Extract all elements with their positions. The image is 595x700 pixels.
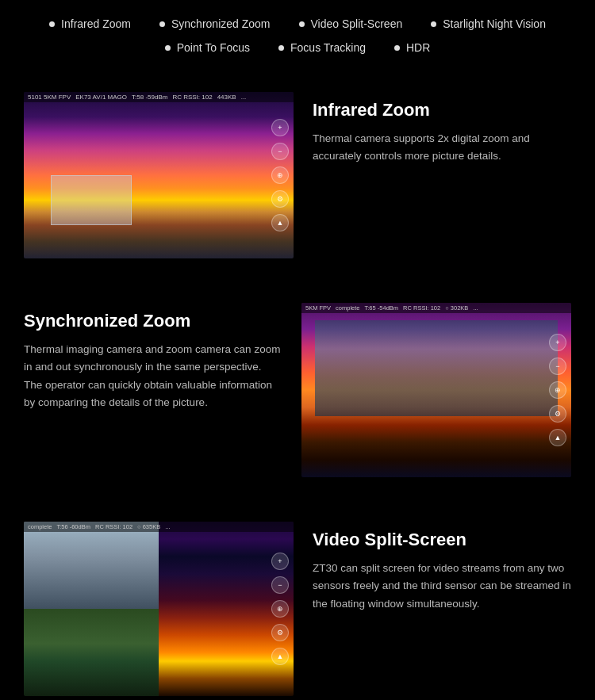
sync-image-controls: + − ⊕ ⚙ ▲ xyxy=(549,334,566,446)
infrared-zoom-description: Thermal camera supports 2x digital zoom … xyxy=(313,130,571,166)
person-icon: ▲ xyxy=(549,429,566,446)
video-split-description: ZT30 can split screen for video streams … xyxy=(313,560,571,613)
nav-item-video-split[interactable]: Video Split-Screen xyxy=(285,14,417,33)
infrared-zoom-title: Infrared Zoom xyxy=(313,100,571,120)
settings-icon: ⚙ xyxy=(271,624,289,641)
synchronized-zoom-image: 5KM FPV complete T:65 -54dBm RC RSSI: 10… xyxy=(301,303,571,477)
dot-icon xyxy=(278,45,284,51)
dot-icon xyxy=(165,45,171,51)
search-icon: ⊕ xyxy=(271,600,289,618)
person-icon: ▲ xyxy=(271,214,289,231)
image-statusbar: 5101 5KM FPV EK73 AV/1 MAGO T:58 -59dBm … xyxy=(24,92,294,102)
section-synchronized-zoom: 5KM FPV complete T:65 -54dBm RC RSSI: 10… xyxy=(0,287,595,493)
section-infrared-zoom: 5101 5KM FPV EK73 AV/1 MAGO T:58 -59dBm … xyxy=(0,76,595,274)
nav-row-2: Point To Focus Focus Tracking HDR xyxy=(16,38,579,57)
dot-icon xyxy=(49,21,55,27)
nav-item-hdr[interactable]: HDR xyxy=(380,38,444,57)
zoom-minus-icon: − xyxy=(271,143,289,160)
split-image-statusbar: complete T:56 -60dBm RC RSSI: 102 ○ 635K… xyxy=(24,522,294,532)
sync-image-statusbar: 5KM FPV complete T:65 -54dBm RC RSSI: 10… xyxy=(301,303,571,313)
section-video-split: complete T:56 -60dBm RC RSSI: 102 ○ 635K… xyxy=(0,506,595,700)
nav-item-synchronized-zoom[interactable]: Synchronized Zoom xyxy=(145,14,285,33)
feature-navigation: Infrared Zoom Synchronized Zoom Video Sp… xyxy=(0,0,595,68)
search-icon: ⊕ xyxy=(549,381,566,399)
dot-icon xyxy=(394,45,400,51)
split-image-controls: + − ⊕ ⚙ ▲ xyxy=(271,553,289,665)
nav-item-point-to-focus[interactable]: Point To Focus xyxy=(151,38,264,57)
zoom-plus-icon: + xyxy=(271,553,289,570)
dot-icon xyxy=(431,21,436,27)
person-icon: ▲ xyxy=(271,648,289,665)
nav-item-infrared-zoom[interactable]: Infrared Zoom xyxy=(35,14,145,33)
search-icon: ⊕ xyxy=(271,166,289,184)
image-controls: + − ⊕ ⚙ ▲ xyxy=(271,119,289,231)
infrared-zoom-content: Infrared Zoom Thermal camera supports 2x… xyxy=(313,92,571,166)
video-split-content: Video Split-Screen ZT30 can split screen… xyxy=(313,522,571,613)
dot-icon xyxy=(159,21,165,27)
zoom-plus-icon: + xyxy=(549,334,566,351)
dot-icon xyxy=(299,21,305,27)
nav-row-1: Infrared Zoom Synchronized Zoom Video Sp… xyxy=(16,14,579,33)
nav-item-starlight[interactable]: Starlight Night Vision xyxy=(416,14,560,33)
video-split-image: complete T:56 -60dBm RC RSSI: 102 ○ 635K… xyxy=(24,522,294,696)
synchronized-zoom-title: Synchronized Zoom xyxy=(24,311,282,331)
zoom-minus-icon: − xyxy=(271,576,289,594)
nav-item-focus-tracking[interactable]: Focus Tracking xyxy=(264,38,380,57)
infrared-zoom-image: 5101 5KM FPV EK73 AV/1 MAGO T:58 -59dBm … xyxy=(24,92,294,258)
settings-icon: ⚙ xyxy=(271,190,289,208)
synchronized-zoom-description: Thermal imaging camera and zoom camera c… xyxy=(24,341,282,411)
synchronized-zoom-content: Synchronized Zoom Thermal imaging camera… xyxy=(24,303,282,411)
video-split-title: Video Split-Screen xyxy=(313,530,571,550)
zoom-minus-icon: − xyxy=(549,358,566,375)
settings-icon: ⚙ xyxy=(549,405,566,423)
zoom-plus-icon: + xyxy=(271,119,289,136)
